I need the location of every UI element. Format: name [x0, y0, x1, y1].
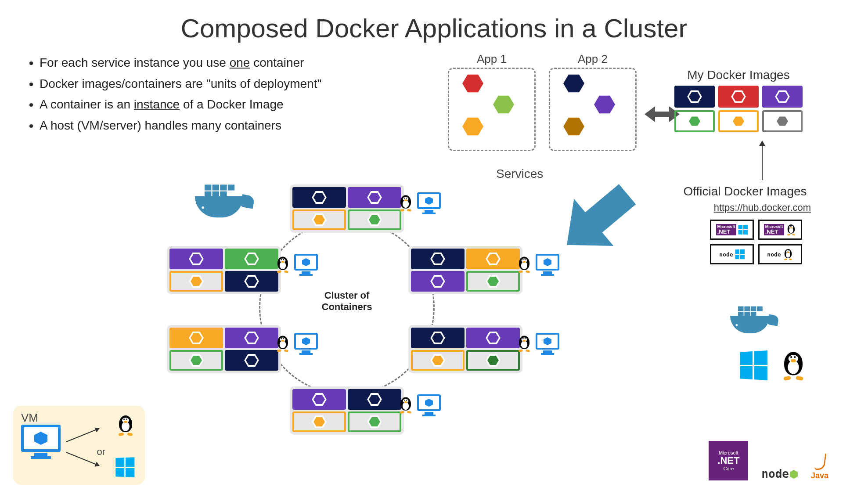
- platforms-row: [739, 351, 802, 379]
- container-icon: [225, 350, 278, 371]
- container-icon: [411, 328, 465, 348]
- container-icon: [466, 350, 520, 371]
- container-icon: [169, 271, 223, 292]
- container-icon: [225, 249, 278, 269]
- official-image-node-win: node: [710, 244, 754, 264]
- monitor-icon: [417, 394, 441, 415]
- official-image-net-linux: Microsoft.NET: [758, 220, 802, 240]
- cluster-node: [408, 246, 522, 294]
- deploy-arrow-icon: [547, 171, 647, 269]
- container-icon: [169, 350, 223, 371]
- app2-box: App 2: [549, 68, 637, 151]
- node-host-icons: [274, 333, 318, 354]
- windows-icon: [740, 350, 767, 380]
- tux-icon: [781, 350, 806, 380]
- services-label: Services: [496, 167, 543, 181]
- windows-icon: [115, 457, 134, 477]
- container-icon: [292, 187, 346, 208]
- tux-icon: [399, 195, 413, 211]
- cluster-node: [167, 246, 281, 294]
- hexagon-icon: [594, 95, 615, 114]
- monitor-icon: [417, 192, 441, 213]
- container-icon: [411, 350, 465, 371]
- cluster-node: [408, 325, 522, 373]
- official-image-node-linux: node: [758, 244, 802, 264]
- hexagon-icon: [563, 117, 584, 136]
- cluster-diagram: Cluster ofContainers: [171, 189, 505, 435]
- container-icon: [466, 328, 520, 348]
- container-image-icon: [718, 86, 759, 108]
- tux-icon: [276, 335, 290, 352]
- node-host-icons: [515, 333, 559, 354]
- docker-hub-link[interactable]: https://hub.docker.com: [714, 202, 811, 213]
- node-host-icons: [397, 192, 441, 213]
- container-icon: [411, 249, 465, 269]
- node-host-icons: [397, 394, 441, 415]
- hexagon-icon: [462, 74, 483, 93]
- tux-icon: [517, 256, 531, 273]
- container-icon: [411, 271, 465, 292]
- tech-logos-row: Microsoft.NETCore node Java: [709, 441, 828, 480]
- container-icon: [348, 209, 401, 230]
- container-icon: [225, 271, 278, 292]
- cluster-node: [167, 325, 281, 373]
- bullet-list: For each service instance you use one co…: [26, 52, 386, 136]
- container-icon: [348, 411, 401, 432]
- slide-title: Composed Docker Applications in a Cluste…: [18, 13, 850, 43]
- java-icon: Java: [811, 454, 828, 480]
- container-icon: [348, 389, 401, 410]
- tux-icon: [276, 256, 290, 273]
- monitor-icon: [536, 333, 559, 354]
- container-image-icon: [762, 110, 803, 132]
- bullet-item: A container is an instance of a Docker I…: [40, 94, 386, 115]
- container-icon: [169, 249, 223, 269]
- tux-icon: [117, 415, 134, 436]
- tux-icon: [517, 335, 531, 352]
- official-images-grid: Microsoft.NET Microsoft.NET node node: [710, 220, 802, 264]
- container-icon: [292, 209, 346, 230]
- tux-icon: [399, 397, 413, 413]
- hexagon-icon: [563, 74, 584, 93]
- my-docker-images-label: My Docker Images: [640, 68, 837, 82]
- container-icon: [348, 187, 401, 208]
- app1-label: App 1: [448, 52, 536, 66]
- container-image-icon: [762, 86, 803, 108]
- branch-arrows-icon: [65, 427, 113, 475]
- or-label: or: [97, 446, 105, 458]
- arrow-up-icon: [762, 145, 763, 180]
- vm-legend: VM or: [13, 406, 145, 485]
- dotnet-core-icon: Microsoft.NETCore: [709, 441, 748, 480]
- monitor-icon: [294, 254, 318, 275]
- container-icon: [466, 249, 520, 269]
- hexagon-icon: [462, 117, 483, 136]
- official-images-label: Official Docker Images: [657, 184, 833, 198]
- cluster-label: Cluster ofContainers: [312, 290, 382, 313]
- my-docker-images: My Docker Images: [640, 68, 837, 132]
- container-icon: [292, 411, 346, 432]
- monitor-icon: [536, 254, 559, 275]
- bullet-item: For each service instance you use one co…: [40, 52, 386, 73]
- official-image-net-win: Microsoft.NET: [710, 220, 754, 240]
- container-image-icon: [674, 110, 715, 132]
- container-icon: [292, 389, 346, 410]
- apps-group: App 1 App 2: [448, 68, 637, 151]
- bullet-item: A host (VM/server) handles many containe…: [40, 115, 386, 136]
- docker-whale-icon: [730, 305, 778, 336]
- container-image-icon: [718, 110, 759, 132]
- cluster-node: [290, 184, 404, 233]
- bullet-item: Docker images/containers are "units of d…: [40, 73, 386, 94]
- container-icon: [225, 328, 278, 348]
- app1-box: App 1: [448, 68, 536, 151]
- container-icon: [169, 328, 223, 348]
- node-host-icons: [515, 254, 559, 275]
- nodejs-icon: node: [761, 467, 798, 480]
- hexagon-icon: [493, 95, 514, 114]
- app2-label: App 2: [549, 52, 637, 66]
- monitor-icon: [294, 333, 318, 354]
- cluster-node: [290, 386, 404, 435]
- monitor-icon: [21, 425, 61, 460]
- node-host-icons: [274, 254, 318, 275]
- container-image-icon: [674, 86, 715, 108]
- container-icon: [466, 271, 520, 292]
